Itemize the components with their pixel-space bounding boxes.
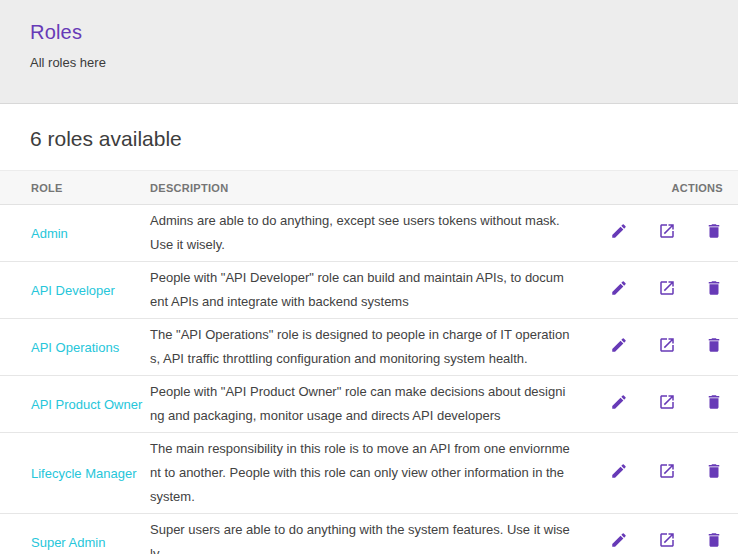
role-description: The "API Operations" role is designed to… <box>150 319 598 376</box>
trash-icon <box>705 399 723 414</box>
page-header: Roles All roles here <box>0 0 738 104</box>
open-role-button[interactable] <box>658 531 676 549</box>
pencil-icon <box>610 342 628 357</box>
edit-role-button[interactable] <box>610 336 628 354</box>
table-row: Super Admin Super users are able to do a… <box>0 514 738 554</box>
trash-icon <box>705 228 723 243</box>
table-row: API Operations The "API Operations" role… <box>0 319 738 376</box>
role-link[interactable]: API Operations <box>31 340 119 355</box>
edit-role-button[interactable] <box>610 531 628 549</box>
open-in-new-icon <box>658 537 676 552</box>
trash-icon <box>705 342 723 357</box>
open-role-button[interactable] <box>658 222 676 240</box>
role-description: People with "API Developer" role can bui… <box>150 262 598 319</box>
delete-role-button[interactable] <box>705 393 723 411</box>
role-description: People with "API Product Owner" role can… <box>150 376 598 433</box>
open-in-new-icon <box>658 342 676 357</box>
open-in-new-icon <box>658 399 676 414</box>
delete-role-button[interactable] <box>705 462 723 480</box>
column-header-description: DESCRIPTION <box>150 171 598 205</box>
edit-role-button[interactable] <box>610 279 628 297</box>
table-row: Admin Admins are able to do anything, ex… <box>0 205 738 262</box>
column-header-role: ROLE <box>0 171 150 205</box>
table-header-row: ROLE DESCRIPTION ACTIONS <box>0 171 738 205</box>
role-link[interactable]: Lifecycle Manager <box>31 466 137 481</box>
edit-role-button[interactable] <box>610 393 628 411</box>
delete-role-button[interactable] <box>705 279 723 297</box>
table-row: API Developer People with "API Developer… <box>0 262 738 319</box>
edit-role-button[interactable] <box>610 222 628 240</box>
pencil-icon <box>610 468 628 483</box>
roles-table: ROLE DESCRIPTION ACTIONS Admin Admins ar… <box>0 170 738 554</box>
delete-role-button[interactable] <box>705 531 723 549</box>
pencil-icon <box>610 399 628 414</box>
open-in-new-icon <box>658 285 676 300</box>
trash-icon <box>705 537 723 552</box>
role-link[interactable]: API Product Owner <box>31 397 142 412</box>
open-in-new-icon <box>658 468 676 483</box>
role-description: Super users are able to do anything with… <box>150 514 598 554</box>
role-description: The main responsibility in this role is … <box>150 433 598 514</box>
role-description: Admins are able to do anything, except s… <box>150 205 598 262</box>
delete-role-button[interactable] <box>705 336 723 354</box>
trash-icon <box>705 468 723 483</box>
table-row: API Product Owner People with "API Produ… <box>0 376 738 433</box>
role-link[interactable]: Super Admin <box>31 535 105 550</box>
open-role-button[interactable] <box>658 336 676 354</box>
trash-icon <box>705 285 723 300</box>
page-title: Roles <box>30 21 708 44</box>
open-role-button[interactable] <box>658 462 676 480</box>
roles-count-heading: 6 roles available <box>0 104 738 170</box>
open-in-new-icon <box>658 228 676 243</box>
pencil-icon <box>610 537 628 552</box>
pencil-icon <box>610 228 628 243</box>
column-header-actions: ACTIONS <box>598 171 738 205</box>
delete-role-button[interactable] <box>705 222 723 240</box>
role-link[interactable]: Admin <box>31 226 68 241</box>
roles-page: Roles All roles here 6 roles available R… <box>0 0 738 554</box>
open-role-button[interactable] <box>658 393 676 411</box>
table-row: Lifecycle Manager The main responsibilit… <box>0 433 738 514</box>
edit-role-button[interactable] <box>610 462 628 480</box>
role-link[interactable]: API Developer <box>31 283 115 298</box>
page-subtitle: All roles here <box>30 55 708 70</box>
pencil-icon <box>610 285 628 300</box>
open-role-button[interactable] <box>658 279 676 297</box>
